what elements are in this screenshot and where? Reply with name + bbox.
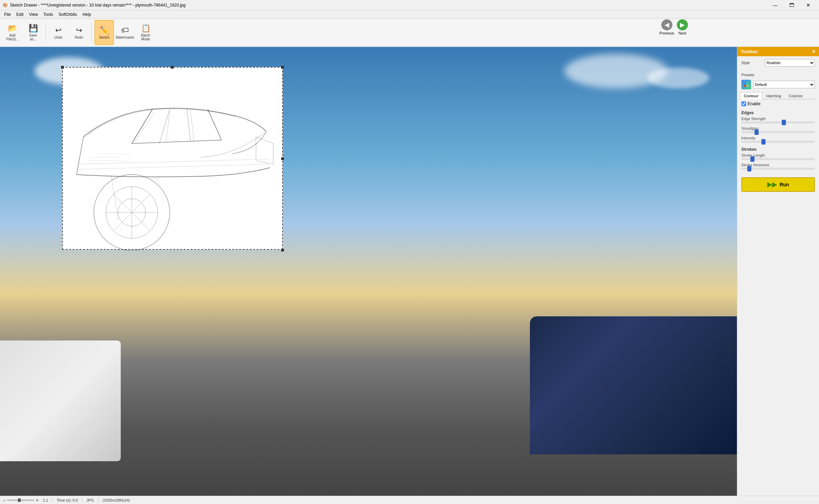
toolbar-separator-2 bbox=[91, 22, 92, 43]
next-nav[interactable]: ▶ Next bbox=[677, 19, 688, 35]
previous-circle: ◀ bbox=[661, 19, 672, 30]
status-sep-3 bbox=[98, 498, 98, 503]
presets-section: Presets bbox=[737, 71, 819, 80]
save-as-icon: 💾 bbox=[29, 24, 38, 33]
style-select[interactable]: Realistic Pencil Charcoal Ink bbox=[765, 59, 815, 67]
car-body-right bbox=[530, 316, 737, 454]
style-row: Style Realistic Pencil Charcoal Ink bbox=[741, 59, 815, 67]
tab-contour[interactable]: Contour bbox=[740, 92, 762, 99]
batch-mode-button[interactable]: 📋 BatchMode bbox=[136, 20, 155, 45]
run-button[interactable]: ▶▶ Run bbox=[741, 177, 815, 192]
main-area: Toolbox ✕ Style Realistic Pencil Charcoa… bbox=[0, 47, 819, 496]
save-as-button[interactable]: 💾 Saveas... bbox=[23, 20, 43, 45]
sketch-label: Sketch bbox=[99, 36, 110, 39]
style-section: Style Realistic Pencil Charcoal Ink bbox=[737, 56, 819, 71]
run-icon: ▶▶ bbox=[767, 181, 777, 188]
menu-file[interactable]: File bbox=[1, 11, 13, 18]
canvas-area[interactable] bbox=[0, 47, 737, 496]
sketch-button[interactable]: ✏️ Sketch bbox=[95, 20, 114, 45]
svg-rect-7 bbox=[744, 82, 746, 84]
stroke-thickness-slider-row bbox=[737, 167, 819, 172]
nav-toolbar: ◀ Previous ▶ Next bbox=[659, 19, 688, 35]
cloud-3 bbox=[647, 68, 709, 88]
undo-icon: ↩ bbox=[55, 26, 61, 35]
zoom-in-button[interactable]: + bbox=[36, 498, 39, 503]
intensity-track[interactable] bbox=[741, 141, 815, 143]
sketch-selection-overlay[interactable] bbox=[62, 67, 283, 250]
zoom-slider-thumb[interactable] bbox=[18, 498, 21, 502]
handle-mr[interactable] bbox=[281, 157, 284, 160]
maximize-button[interactable]: 🗖 bbox=[784, 0, 800, 10]
intensity-slider-row bbox=[737, 140, 819, 145]
add-files-label: AddFile(s)... bbox=[6, 33, 19, 41]
watermarks-button[interactable]: 🏷 Watermarks bbox=[115, 20, 135, 45]
zoom-out-button[interactable]: – bbox=[3, 498, 6, 503]
toolbox-close-icon[interactable]: ✕ bbox=[812, 49, 816, 54]
tab-bar: Contour Hatching Colorize bbox=[740, 92, 816, 99]
menu-softorbits[interactable]: SoftOrbits bbox=[56, 11, 80, 18]
next-label: Next bbox=[679, 31, 687, 35]
intensity-label: Intensity bbox=[737, 135, 819, 140]
smudging-label: Smudging bbox=[737, 126, 819, 130]
time-status: Time (s): 0.0 bbox=[57, 498, 78, 502]
edge-strength-thumb[interactable] bbox=[782, 120, 786, 125]
close-button[interactable]: ✕ bbox=[800, 0, 816, 10]
undo-label: Undo bbox=[54, 36, 62, 39]
sketch-icon: ✏️ bbox=[100, 26, 109, 35]
stroke-thickness-track[interactable] bbox=[741, 168, 815, 170]
previous-label: Previous bbox=[659, 31, 674, 35]
car-body-left bbox=[0, 340, 121, 461]
smudging-track[interactable] bbox=[741, 131, 815, 133]
status-sep-1 bbox=[52, 498, 52, 503]
run-label: Run bbox=[780, 182, 789, 187]
stroke-thickness-thumb[interactable] bbox=[747, 166, 751, 171]
app-icon: 🎨 bbox=[3, 3, 8, 8]
handle-tl[interactable] bbox=[61, 66, 64, 69]
add-files-icon: 📂 bbox=[8, 24, 17, 33]
stroke-length-thumb[interactable] bbox=[750, 156, 754, 162]
edges-section-title: Edges bbox=[737, 108, 819, 116]
zoom-slider[interactable] bbox=[7, 500, 34, 501]
edge-strength-track[interactable] bbox=[741, 121, 815, 123]
sketch-svg bbox=[63, 68, 284, 250]
previous-nav[interactable]: ◀ Previous bbox=[659, 19, 674, 35]
enable-checkbox[interactable] bbox=[741, 101, 746, 106]
edge-strength-label: Edge Strength bbox=[737, 116, 819, 121]
undo-button[interactable]: ↩ Undo bbox=[49, 20, 68, 45]
edge-strength-slider-row bbox=[737, 121, 819, 126]
watermarks-label: Watermarks bbox=[116, 36, 134, 39]
toolbox-title: Toolbox bbox=[741, 49, 758, 54]
zoom-level: 1:1 bbox=[43, 498, 48, 502]
presets-select[interactable]: Default Preset 1 Preset 2 bbox=[753, 81, 815, 88]
dimensions-status: (1920x1080x24) bbox=[102, 498, 130, 502]
add-files-button[interactable]: 📂 AddFile(s)... bbox=[3, 20, 22, 45]
minimize-button[interactable]: — bbox=[767, 0, 783, 10]
redo-button[interactable]: ↪ Redo bbox=[69, 20, 89, 45]
svg-rect-8 bbox=[747, 82, 749, 84]
handle-tm[interactable] bbox=[171, 66, 174, 69]
stroke-length-slider-row bbox=[737, 157, 819, 162]
presets-icon bbox=[741, 80, 751, 89]
menu-help[interactable]: Help bbox=[80, 11, 94, 18]
strokes-section-title: Strokes bbox=[737, 145, 819, 152]
status-sep-2 bbox=[82, 498, 82, 503]
menu-tools[interactable]: Tools bbox=[41, 11, 56, 18]
titlebar: 🎨 Sketch Drawer - ****Unregistered versi… bbox=[0, 0, 819, 10]
handle-tr[interactable] bbox=[281, 66, 284, 69]
intensity-thumb[interactable] bbox=[761, 139, 766, 145]
stroke-length-track[interactable] bbox=[741, 158, 815, 160]
statusbar: – + 1:1 Time (s): 0.0 JPG (1920x1080x24) bbox=[0, 496, 819, 504]
tab-colorize[interactable]: Colorize bbox=[785, 92, 806, 99]
menu-edit[interactable]: Edit bbox=[13, 11, 26, 18]
redo-label: Redo bbox=[75, 36, 83, 39]
tab-hatching[interactable]: Hatching bbox=[762, 92, 785, 99]
titlebar-title: Sketch Drawer - ****Unregistered version… bbox=[10, 3, 186, 8]
watermarks-icon: 🏷 bbox=[121, 26, 129, 35]
toolbar: 📂 AddFile(s)... 💾 Saveas... ↩ Undo ↪ Red… bbox=[0, 19, 819, 47]
handle-br[interactable] bbox=[281, 249, 284, 251]
menu-view[interactable]: View bbox=[26, 11, 41, 18]
titlebar-controls: — 🗖 ✕ bbox=[767, 0, 816, 10]
titlebar-left: 🎨 Sketch Drawer - ****Unregistered versi… bbox=[3, 3, 186, 8]
smudging-thumb[interactable] bbox=[754, 129, 759, 135]
presets-label: Presets bbox=[741, 73, 762, 77]
